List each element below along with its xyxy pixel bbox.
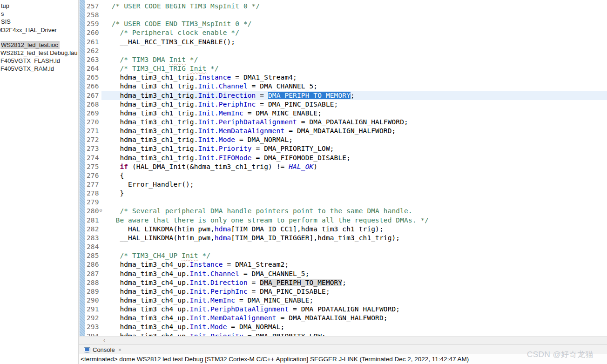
- code-line[interactable]: /* TIM3 DMA Init */: [103, 55, 198, 64]
- code-line[interactable]: hdma_tim3_ch4_up.Init.MemInc = DMA_MINC_…: [103, 296, 313, 305]
- line-number[interactable]: 281: [87, 216, 102, 225]
- line-number[interactable]: 291: [87, 305, 102, 314]
- line-number[interactable]: 258: [87, 11, 102, 20]
- line-number[interactable]: 292: [87, 314, 102, 323]
- code-line[interactable]: hdma_tim3_ch1_trig.Init.Channel = DMA_CH…: [103, 82, 317, 91]
- explorer-item[interactable]: SIS: [1, 18, 11, 26]
- line-number[interactable]: 271: [87, 127, 102, 135]
- code-line[interactable]: hdma_tim3_ch4_up.Init.Direction = DMA_PE…: [103, 278, 346, 287]
- line-number[interactable]: 260: [87, 28, 102, 37]
- line-number[interactable]: 283: [87, 234, 102, 243]
- line-number[interactable]: 263: [87, 55, 102, 64]
- line-number[interactable]: 265: [87, 73, 102, 82]
- code-line[interactable]: /* USER CODE END TIM3_MspInit 0 */: [103, 20, 252, 28]
- explorer-item[interactable]: WS2812_led_test Debug.launc: [0, 49, 79, 57]
- explorer-item[interactable]: tup: [1, 2, 9, 10]
- line-number[interactable]: 267: [87, 91, 102, 100]
- scroll-left-arrow-icon[interactable]: ‹: [103, 337, 105, 344]
- fold-collapse-icon[interactable]: ⊖: [100, 208, 102, 213]
- code-line[interactable]: Error_Handler();: [103, 180, 194, 189]
- line-number[interactable]: 259: [87, 20, 102, 28]
- code-editor[interactable]: 257 /* USER CODE BEGIN TIM3_MspInit 0 */…: [85, 0, 607, 336]
- close-icon[interactable]: ✕: [118, 348, 122, 352]
- code-line[interactable]: if (HAL_DMA_Init(&hdma_tim3_ch1_trig) !=…: [103, 162, 317, 171]
- line-number[interactable]: 276: [87, 171, 102, 180]
- explorer-vertical-scrollbar[interactable]: [79, 0, 85, 336]
- code-line[interactable]: hdma_tim3_ch4_up.Init.PeriphDataAlignmen…: [103, 305, 400, 314]
- line-number[interactable]: 287: [87, 270, 102, 278]
- line-number[interactable]: 273: [87, 144, 102, 153]
- line-number[interactable]: 261: [87, 38, 102, 47]
- explorer-item[interactable]: WS2812_led_test.ioc: [0, 41, 60, 49]
- code-line[interactable]: /* TIM3_CH4_UP Init */: [103, 251, 210, 260]
- console-status-line: <terminated> dome WS2812 led test Debug …: [81, 356, 469, 363]
- code-line[interactable]: __HAL_LINKDMA(htim_pwm,hdma[TIM_DMA_ID_T…: [103, 234, 400, 243]
- code-line[interactable]: hdma_tim3_ch1_trig.Init.Priority = DMA_P…: [103, 144, 334, 153]
- line-number[interactable]: 274: [87, 154, 102, 162]
- ide-window: tupsSISM32F4xx_HAL_DriverWS2812_led_test…: [0, 0, 607, 364]
- line-number[interactable]: 266: [87, 82, 102, 91]
- selected-text[interactable]: DMA_PERIPH_TO_MEMORY: [268, 92, 351, 99]
- code-line[interactable]: /* Several peripheral DMA handle pointer…: [103, 207, 412, 216]
- code-line[interactable]: hdma_tim3_ch4_up.Init.Channel = DMA_CHAN…: [103, 270, 310, 278]
- line-number[interactable]: 272: [87, 135, 102, 144]
- code-line[interactable]: /* USER CODE BEGIN TIM3_MspInit 0 */: [103, 2, 260, 11]
- explorer-item[interactable]: s: [1, 10, 4, 18]
- line-number[interactable]: 270: [87, 118, 102, 127]
- line-number[interactable]: 277: [87, 180, 102, 189]
- tab-console[interactable]: Console ✕: [82, 345, 123, 354]
- line-number[interactable]: 286: [87, 260, 102, 269]
- code-line[interactable]: __HAL_LINKDMA(htim_pwm,hdma[TIM_DMA_ID_C…: [103, 225, 384, 234]
- console-tab-label: Console: [93, 346, 115, 353]
- code-line[interactable]: {: [103, 171, 124, 180]
- line-number[interactable]: 275: [87, 162, 102, 171]
- line-number[interactable]: 284: [87, 243, 102, 251]
- line-number[interactable]: 279: [87, 198, 102, 207]
- console-icon: [84, 347, 90, 353]
- project-explorer[interactable]: tupsSISM32F4xx_HAL_DriverWS2812_led_test…: [0, 0, 79, 364]
- line-number[interactable]: 257: [87, 2, 102, 11]
- code-line[interactable]: hdma_tim3_ch1_trig.Init.Mode = DMA_NORMA…: [103, 135, 293, 144]
- code-line[interactable]: hdma_tim3_ch1_trig.Init.FIFOMode = DMA_F…: [103, 154, 351, 162]
- code-line[interactable]: hdma_tim3_ch1_trig.Instance = DMA1_Strea…: [103, 73, 297, 82]
- code-line[interactable]: hdma_tim3_ch1_trig.Init.Direction = DMA_…: [103, 91, 355, 100]
- line-number[interactable]: 293: [87, 323, 102, 331]
- code-line[interactable]: /* Peripheral clock enable */: [103, 28, 239, 37]
- line-number[interactable]: 278: [87, 189, 102, 198]
- line-number[interactable]: 269: [87, 109, 102, 118]
- explorer-item[interactable]: F405VGTX_RAM.ld: [0, 65, 54, 73]
- code-line[interactable]: hdma_tim3_ch1_trig.Init.PeriphInc = DMA_…: [103, 100, 338, 109]
- code-line[interactable]: hdma_tim3_ch1_trig.Init.MemDataAlignment…: [103, 127, 396, 135]
- code-line[interactable]: __HAL_RCC_TIM3_CLK_ENABLE();: [103, 38, 235, 47]
- line-number[interactable]: 264: [87, 64, 102, 73]
- code-line[interactable]: hdma_tim3_ch1_trig.Init.MemInc = DMA_MIN…: [103, 109, 322, 118]
- code-line[interactable]: hdma_tim3_ch4_up.Init.MemDataAlignment =…: [103, 314, 388, 323]
- explorer-item[interactable]: F405VGTX_FLASH.ld: [0, 57, 60, 65]
- code-line[interactable]: hdma_tim3_ch4_up.Instance = DMA1_Stream2…: [103, 260, 289, 269]
- line-number[interactable]: 288: [87, 278, 102, 287]
- code-line[interactable]: /* TIM3_CH1_TRIG Init */: [103, 64, 219, 73]
- line-number[interactable]: 294: [87, 332, 102, 336]
- code-line[interactable]: hdma_tim3_ch4_up.Init.PeriphInc = DMA_PI…: [103, 287, 330, 296]
- code-line[interactable]: hdma_tim3_ch4_up.Init.Priority = DMA_PRI…: [103, 332, 326, 336]
- line-number[interactable]: 290: [87, 296, 102, 305]
- code-line[interactable]: }: [103, 189, 124, 198]
- line-number[interactable]: 289: [87, 287, 102, 296]
- code-line[interactable]: Be aware that there is only one stream t…: [103, 216, 429, 225]
- code-line[interactable]: hdma_tim3_ch4_up.Init.Mode = DMA_NORMAL;: [103, 323, 284, 331]
- line-number[interactable]: 268: [87, 100, 102, 109]
- line-number[interactable]: 285: [87, 251, 102, 260]
- watermark: CSDN @好奇龙猫: [527, 349, 594, 360]
- horizontal-scrollbar[interactable]: ‹: [79, 336, 607, 344]
- code-line[interactable]: hdma_tim3_ch1_trig.Init.PeriphDataAlignm…: [103, 118, 408, 127]
- line-number[interactable]: 282: [87, 225, 102, 234]
- explorer-item[interactable]: M32F4xx_HAL_Driver: [0, 26, 57, 34]
- line-number[interactable]: 262: [87, 47, 102, 55]
- occurrence-highlight: DMA_PERIPH_TO_MEMORY: [260, 279, 342, 286]
- line-number[interactable]: 280⊖: [87, 207, 102, 216]
